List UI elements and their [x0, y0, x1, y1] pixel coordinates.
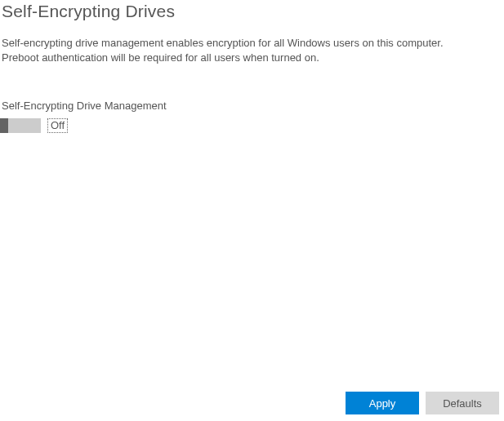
toggle-handle [0, 118, 8, 133]
apply-button[interactable]: Apply [346, 392, 419, 414]
description-line-1: Self-encrypting drive management enables… [2, 36, 502, 51]
defaults-button[interactable]: Defaults [426, 392, 499, 414]
sed-management-toggle[interactable] [0, 118, 41, 133]
description-line-2: Preboot authentication will be required … [2, 51, 502, 65]
section-label-sed-management: Self-Encrypting Drive Management [0, 65, 504, 112]
page-description: Self-encrypting drive management enables… [0, 21, 504, 65]
page-title: Self-Encrypting Drives [0, 0, 504, 21]
toggle-row: Off [0, 112, 504, 133]
footer-actions: Apply Defaults [346, 392, 499, 414]
sed-management-toggle-state: Off [47, 118, 68, 133]
